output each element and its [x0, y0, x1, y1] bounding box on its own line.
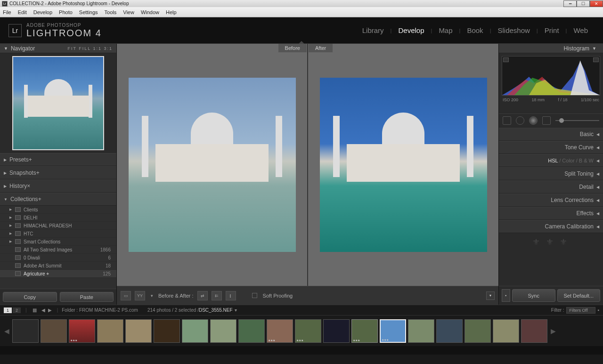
thumbnail[interactable]: ★★★ [267, 319, 293, 343]
thumbnail[interactable] [436, 319, 463, 343]
dropdown-icon[interactable]: ▾ [149, 291, 155, 300]
loupe-view-icon[interactable]: ▭ [121, 291, 131, 300]
filter-lock-icon[interactable]: ▪ [597, 307, 599, 313]
minimize-button[interactable]: ━ [563, 0, 577, 7]
toolbar-menu-icon[interactable]: ▾ [486, 291, 495, 300]
history-header[interactable]: ▶History× [0, 179, 116, 193]
menu-photo[interactable]: Photo [59, 9, 73, 15]
thumbnail[interactable] [125, 319, 152, 343]
crop-tool-icon[interactable] [503, 116, 511, 125]
lenscorrections-panel[interactable]: Lens Corrections◀ [499, 194, 603, 207]
close-button[interactable]: ✕ [590, 0, 603, 7]
thumbnail[interactable] [97, 319, 123, 343]
menu-edit[interactable]: Edit [18, 9, 27, 15]
current-file[interactable]: DSC_3555.NEF [199, 307, 233, 313]
grid-icon[interactable]: ▦ [33, 307, 38, 313]
thumbnail[interactable]: ★★★ [69, 319, 95, 343]
filter-dropdown[interactable]: Filters Off [566, 307, 596, 314]
module-develop[interactable]: Develop [391, 26, 431, 34]
thumbnail[interactable] [493, 319, 519, 343]
copy-button[interactable]: Copy [3, 292, 57, 302]
thumbnail[interactable] [210, 319, 236, 343]
thumbnail[interactable] [12, 319, 39, 343]
module-web[interactable]: Web [567, 26, 595, 34]
dropdown-icon[interactable]: ▾ [235, 307, 237, 313]
set-default-button[interactable]: Set Default... [557, 289, 601, 302]
collections-header[interactable]: ▼Collections+ [0, 193, 116, 206]
copy-left-icon[interactable]: ⇇ [212, 291, 222, 300]
detail-panel[interactable]: Detail◀ [499, 180, 603, 194]
thumbnail[interactable] [464, 319, 491, 343]
prev-arrow-icon[interactable]: ◀ [41, 307, 45, 313]
thumbnail[interactable] [521, 319, 547, 343]
menu-window[interactable]: Window [141, 9, 159, 15]
soft-proofing-checkbox[interactable] [252, 293, 257, 298]
secondary-display-button[interactable]: 2 [13, 307, 21, 313]
switch-icon[interactable]: ▪ [502, 289, 510, 302]
collection-item[interactable]: ▶DELHI [0, 214, 116, 222]
splittoning-panel[interactable]: Split Toning◀ [499, 167, 603, 180]
next-arrow-icon[interactable]: ▶ [48, 307, 52, 313]
menu-view[interactable]: View [123, 9, 134, 15]
maximize-button[interactable]: ☐ [577, 0, 590, 7]
histogram-header[interactable]: Histogram ▼ [499, 44, 603, 53]
collection-item[interactable]: Adobe Art Summit18 [0, 262, 116, 270]
menu-tools[interactable]: Tools [105, 9, 117, 15]
module-book[interactable]: Book [460, 26, 489, 34]
snapshots-header[interactable]: ▶Snapshots+ [0, 166, 116, 179]
folder-path[interactable]: Folder : FROM MACHINE-2 PS.com [62, 307, 138, 313]
thumbnail[interactable]: ★★★ [295, 319, 321, 343]
module-library[interactable]: Library [356, 26, 391, 34]
hsl-panel[interactable]: HSL / Color / B & W ◀ [499, 154, 603, 167]
paste-button[interactable]: Paste [60, 292, 114, 302]
effects-panel[interactable]: Effects◀ [499, 207, 603, 220]
thumbnail[interactable] [408, 319, 434, 343]
navigator-preview[interactable] [0, 53, 116, 153]
collection-item[interactable]: ▶HTC [0, 230, 116, 238]
thumbnail[interactable] [182, 319, 208, 343]
copy-settings-icon[interactable]: ⫿ [226, 291, 236, 300]
thumbnail[interactable] [154, 319, 180, 343]
plus-icon[interactable]: + [29, 156, 32, 163]
thumbnail[interactable] [323, 319, 350, 343]
module-print[interactable]: Print [538, 26, 566, 34]
sync-button[interactable]: Sync [512, 289, 555, 302]
module-slideshow[interactable]: Slideshow [491, 26, 536, 34]
menu-settings[interactable]: Settings [79, 9, 98, 15]
menu-file[interactable]: File [3, 9, 11, 15]
thumbnail[interactable] [238, 319, 265, 343]
histogram-graph[interactable] [502, 56, 600, 96]
collection-item[interactable]: 0 Diwali6 [0, 254, 116, 262]
presets-header[interactable]: ▶Presets+ [0, 153, 116, 166]
zoom-options[interactable]: FIT FILL 1:1 3:1 [67, 46, 113, 51]
after-pane[interactable]: After [308, 44, 498, 286]
close-x-icon[interactable]: × [27, 183, 30, 189]
filmstrip-left-arrow-icon[interactable]: ◀ [3, 319, 10, 343]
plus-icon[interactable]: + [38, 196, 41, 202]
swap-icon[interactable]: ⇄ [197, 291, 208, 300]
before-pane[interactable]: Before [117, 44, 307, 286]
menu-help[interactable]: Help [166, 9, 177, 15]
gradient-tool-icon[interactable] [542, 116, 551, 125]
collection-item[interactable]: All Two Satrred Images1866 [0, 246, 116, 254]
thumbnail-selected[interactable]: ★★★ [380, 319, 406, 343]
plus-icon[interactable]: + [36, 170, 40, 176]
primary-display-button[interactable]: 1 [4, 307, 12, 313]
filmstrip-right-arrow-icon[interactable]: ▶ [549, 319, 557, 343]
cameracalibration-panel[interactable]: Camera Calibration◀ [499, 220, 603, 233]
spot-tool-icon[interactable] [516, 116, 524, 125]
collection-item[interactable]: ▶Clients [0, 206, 116, 214]
collection-item[interactable]: ▶HIMACHAL PRADESH [0, 222, 116, 230]
collection-item[interactable]: ▶Smart Collections [0, 238, 116, 246]
thumbnail[interactable]: ★★★ [351, 319, 378, 343]
compare-view-icon[interactable]: YY [135, 291, 145, 300]
collection-item[interactable]: Agricuture +125 [0, 270, 116, 278]
thumbnail[interactable] [41, 319, 67, 343]
brush-size-slider[interactable] [555, 120, 599, 121]
navigator-header[interactable]: ▼ Navigator FIT FILL 1:1 3:1 [0, 44, 116, 53]
tonecurve-panel[interactable]: Tone Curve◀ [499, 141, 603, 154]
menu-develop[interactable]: Develop [33, 9, 52, 15]
module-map[interactable]: Map [432, 26, 459, 34]
redeye-tool-icon[interactable] [529, 116, 538, 125]
basic-panel[interactable]: Basic◀ [499, 128, 603, 141]
